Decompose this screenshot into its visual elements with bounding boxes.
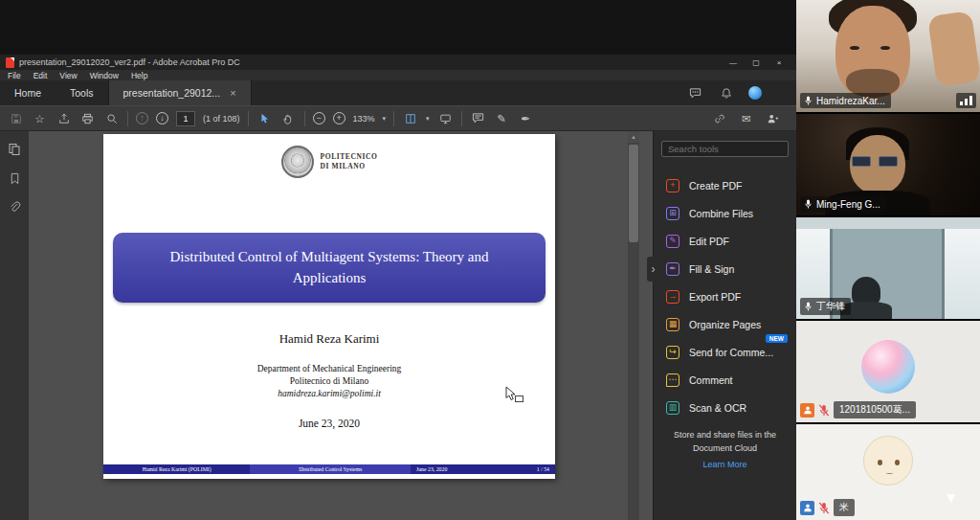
muted-mic-icon [818, 502, 830, 514]
tools-panel: › + Create PDF ⊞ Combine Files [653, 131, 796, 520]
menu-view[interactable]: View [59, 71, 77, 80]
slide-email: hamidreza.karimi@polimi.it [103, 388, 555, 400]
document-cloud-promo: Store and share files in the Document Cl… [654, 429, 796, 455]
scroll-up-icon[interactable]: ▲ [628, 131, 639, 143]
combine-files-icon: ⊞ [666, 207, 679, 220]
menu-window[interactable]: Window [90, 71, 119, 80]
mouse-cursor [504, 386, 518, 401]
tool-export-pdf[interactable]: → Export PDF [654, 283, 796, 310]
tool-fill-sign[interactable]: ✒ Fill & Sign [654, 255, 796, 283]
notifications-comment-icon[interactable] [687, 84, 703, 102]
user-avatar[interactable] [748, 86, 762, 100]
participant-tile-5[interactable]: 米 [796, 424, 980, 520]
tool-scan-ocr[interactable]: ▥ Scan & OCR [654, 394, 796, 421]
share-icon[interactable] [56, 110, 72, 127]
screen: presentation_29012020_ver2.pdf - Adobe A… [0, 0, 980, 520]
zoom-out-icon[interactable]: − [313, 112, 325, 124]
scrollbar-thumb[interactable] [629, 145, 638, 242]
hand-tool-icon[interactable] [280, 110, 297, 127]
participant-label: HamidrezaKar... [800, 93, 891, 108]
participant-tile-4[interactable]: 1201810500葛... [796, 321, 980, 422]
zoom-caret-icon[interactable]: ▾ [383, 115, 387, 123]
scan-ocr-icon: ▥ [666, 401, 679, 415]
zoom-in-icon[interactable]: + [333, 112, 345, 124]
next-page-icon[interactable]: ↓ [156, 112, 168, 124]
mic-icon [804, 198, 813, 210]
maximize-button[interactable]: ▢ [745, 55, 768, 70]
send-for-comments-icon: ↪ [666, 346, 679, 359]
participant-name: 米 [834, 499, 855, 516]
close-button[interactable]: × [768, 55, 791, 70]
page-number-input[interactable] [176, 111, 195, 126]
minimize-button[interactable]: — [722, 55, 745, 70]
select-tool-icon[interactable] [256, 110, 273, 127]
screen-share-area: presentation_29012020_ver2.pdf - Adobe A… [0, 0, 796, 520]
participant-avatar [861, 340, 915, 394]
menu-help[interactable]: Help [131, 71, 147, 80]
email-icon[interactable]: ✉ [738, 110, 754, 127]
tab-close-icon[interactable]: × [230, 87, 235, 99]
logo-line2: DI MILANO [321, 162, 378, 171]
menu-edit[interactable]: Edit [33, 71, 48, 80]
tool-send-for-comments[interactable]: ↪ Send for Comme... NEW [654, 338, 796, 366]
link-icon[interactable] [711, 110, 727, 127]
participant-name: 1201810500葛... [834, 401, 916, 418]
profile-badge-icon [800, 403, 814, 418]
muted-mic-icon [818, 404, 830, 417]
slide-author: Hamid Reza Karimi [103, 331, 555, 347]
slide-footer-right: June 23, 2020 1 / 54 [411, 464, 555, 474]
fill-sign-icon: ✒ [666, 262, 679, 276]
tool-edit-pdf[interactable]: ✎ Edit PDF [654, 227, 796, 255]
page-view-icon[interactable] [402, 110, 418, 127]
participant-tile-2[interactable]: Ming-Feng G... [796, 114, 980, 215]
network-quality-icon [956, 93, 976, 108]
add-user-icon[interactable] [765, 110, 781, 127]
tool-create-pdf[interactable]: + Create PDF [654, 171, 796, 199]
page-view-caret-icon[interactable]: ▾ [426, 115, 430, 123]
save-icon[interactable] [8, 110, 24, 127]
window-title: presentation_29012020_ver2.pdf - Adobe A… [19, 57, 240, 67]
highlighter-icon[interactable]: ✎ [494, 110, 510, 127]
participant-name: Ming-Feng G... [816, 199, 880, 210]
export-pdf-icon: → [666, 290, 679, 304]
tab-document[interactable]: presentation_29012... × [108, 80, 252, 105]
tool-combine-files[interactable]: ⊞ Combine Files [654, 199, 796, 227]
participant-name: 丁华锋 [816, 300, 845, 313]
search-icon[interactable] [103, 110, 120, 127]
window-titlebar[interactable]: presentation_29012020_ver2.pdf - Adobe A… [0, 55, 796, 70]
tool-comment[interactable]: ⋯ Comment [654, 366, 796, 394]
vertical-scrollbar[interactable]: ▲ [628, 131, 639, 520]
organize-pages-icon: ▦ [666, 318, 679, 331]
tab-tools[interactable]: Tools [56, 80, 108, 105]
attachments-icon[interactable] [9, 201, 21, 214]
document-viewport[interactable]: POLITECNICO DI MILANO Distributed Contro… [29, 131, 653, 520]
star-icon[interactable]: ☆ [32, 110, 48, 127]
slide-title: Distributed Control of Multiagent System… [138, 247, 521, 289]
menu-bar: File Edit View Window Help [0, 70, 796, 80]
collapse-strip-icon[interactable]: ▼ [944, 490, 958, 505]
zoom-level[interactable]: 133% [353, 114, 375, 124]
previous-page-icon[interactable]: ↑ [136, 112, 148, 124]
tab-home[interactable]: Home [0, 80, 56, 105]
presentation-icon[interactable] [437, 110, 454, 127]
slide-footer-page: 1 / 54 [537, 466, 549, 472]
slide-footer-title: Distributed Control Systems [250, 464, 411, 474]
menu-file[interactable]: File [8, 71, 21, 80]
sign-icon[interactable]: ✒ [518, 110, 534, 127]
cursor-drag-icon [515, 396, 523, 402]
acrobat-app-icon [6, 57, 14, 68]
page-thumbnails-icon[interactable] [8, 143, 21, 156]
politecnico-seal-icon [281, 146, 314, 178]
bell-icon[interactable] [718, 84, 734, 102]
page-count-label: (1 of 108) [203, 114, 240, 124]
tools-search-input[interactable] [668, 144, 782, 154]
learn-more-link[interactable]: Learn More [654, 460, 796, 469]
print-icon[interactable] [79, 110, 96, 127]
participant-tile-3[interactable]: 丁华锋 [796, 217, 980, 319]
comment-tool-icon[interactable] [470, 110, 486, 127]
slide-institution: Politecnico di Milano [103, 375, 555, 388]
participant-tile-1[interactable]: HamidrezaKar... [796, 0, 980, 112]
bookmarks-icon[interactable] [9, 172, 21, 185]
tools-search-box[interactable] [661, 141, 789, 157]
slide-dept: Department of Mechanical Engineering [103, 363, 555, 375]
